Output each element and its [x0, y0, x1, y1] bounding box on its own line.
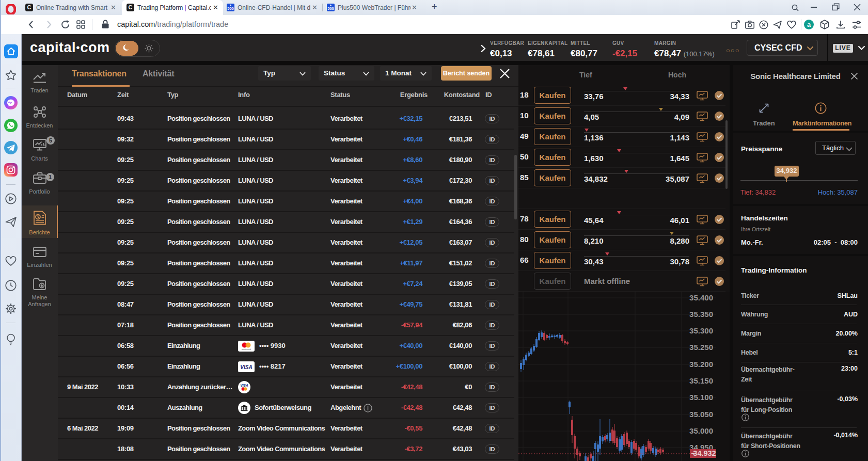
- svg-text:mastercard: mastercard: [242, 348, 251, 351]
- svg-text:VISA: VISA: [240, 384, 248, 387]
- svg-text:C: C: [27, 4, 31, 10]
- svg-text:VISA: VISA: [240, 364, 252, 370]
- svg-text:500: 500: [327, 6, 334, 11]
- svg-text:a: a: [807, 21, 811, 28]
- svg-text:C: C: [129, 4, 133, 10]
- svg-text:500: 500: [227, 6, 234, 11]
